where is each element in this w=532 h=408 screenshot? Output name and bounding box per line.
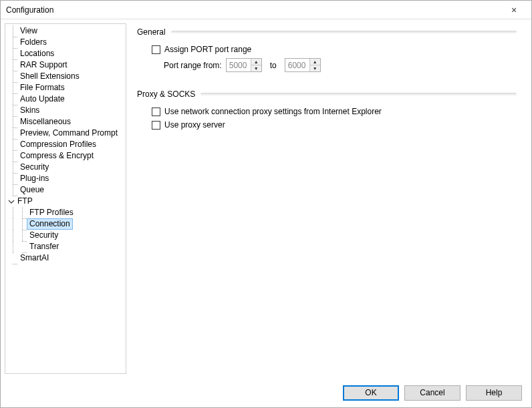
port-range-from-label: Port range from: [164, 61, 222, 70]
tree-item-label: RAR Support [17, 59, 70, 71]
tree-item-label: Auto Update [17, 93, 68, 105]
window-title: Configuration [6, 5, 53, 15]
tree-item[interactable]: Connection [5, 218, 126, 230]
general-title: General [137, 27, 166, 37]
tree-item-label: Skins [17, 105, 42, 116]
use-proxy-server-label: Use proxy server [164, 120, 225, 130]
titlebar: Configuration × [1, 1, 531, 19]
tree-item[interactable]: FTP [5, 196, 126, 207]
tree-item[interactable]: Auto Update [5, 93, 126, 105]
tree-item[interactable]: Transfer [5, 241, 126, 252]
port-from-up[interactable]: ▲ [251, 59, 261, 65]
tree-item[interactable]: Plug-ins [5, 173, 126, 184]
tree-item[interactable]: Preview, Command Prompt [5, 128, 126, 139]
dialog-footer: OK Cancel Help [1, 378, 531, 407]
tree-item[interactable]: Security [5, 230, 126, 241]
tree-item-label: Security [17, 162, 51, 173]
tree-item-label: Shell Extensions [17, 71, 82, 82]
group-divider [201, 93, 517, 95]
port-from-spinbox[interactable]: ▲ ▼ [226, 58, 262, 72]
port-to-up[interactable]: ▲ [310, 59, 320, 65]
expander-icon[interactable] [8, 198, 15, 205]
tree-item[interactable]: Compress & Encrypt [5, 150, 126, 162]
category-tree[interactable]: ViewFoldersLocationsRAR SupportShell Ext… [5, 23, 126, 374]
close-icon: × [511, 5, 517, 15]
tree-item-label: Security [27, 230, 61, 241]
port-to-down[interactable]: ▼ [310, 65, 320, 71]
ok-button[interactable]: OK [343, 385, 399, 401]
tree-item-label: File Formats [17, 82, 68, 93]
to-label: to [266, 61, 281, 70]
assign-port-checkbox[interactable] [152, 45, 160, 54]
tree-item[interactable]: Locations [5, 48, 126, 59]
port-to-spinbox[interactable]: ▲ ▼ [285, 58, 321, 72]
assign-port-label: Assign PORT port range [164, 45, 251, 54]
port-from-down[interactable]: ▼ [251, 65, 261, 71]
tree-item[interactable]: FTP Profiles [5, 207, 126, 218]
tree-item-label: Folders [17, 37, 49, 48]
tree-item-label: FTP Profiles [27, 207, 76, 218]
settings-panel: General Assign PORT port range Port rang… [133, 23, 527, 374]
tree-item-label: Compress & Encrypt [17, 150, 96, 162]
help-button[interactable]: Help [466, 385, 522, 401]
tree-item[interactable]: Miscellaneous [5, 116, 126, 128]
tree-item[interactable]: SmartAI [5, 252, 126, 264]
tree-item[interactable]: View [5, 25, 126, 37]
tree-item-label: Plug-ins [17, 173, 51, 184]
tree-item-label: Compression Profiles [17, 139, 99, 150]
use-proxy-server-checkbox[interactable] [152, 121, 160, 130]
proxy-title: Proxy & SOCKS [137, 89, 195, 99]
tree-item-label: Miscellaneous [17, 116, 74, 128]
group-divider [171, 31, 517, 33]
tree-item[interactable]: Shell Extensions [5, 71, 126, 82]
use-ie-proxy-label: Use network connection proxy settings fr… [164, 107, 382, 116]
tree-item-label: Preview, Command Prompt [17, 128, 120, 139]
proxy-group: Proxy & SOCKS Use network connection pro… [137, 89, 517, 130]
general-group: General Assign PORT port range Port rang… [137, 27, 517, 72]
tree-item[interactable]: Folders [5, 37, 126, 48]
tree-item[interactable]: Skins [5, 105, 126, 116]
tree-item-label: Queue [17, 184, 47, 196]
tree-item-label: FTP [15, 196, 35, 207]
tree-item[interactable]: Security [5, 162, 126, 173]
tree-item-label: Transfer [27, 241, 61, 252]
tree-item-label: View [17, 25, 40, 37]
tree-item[interactable]: File Formats [5, 82, 126, 93]
tree-item[interactable]: RAR Support [5, 59, 126, 71]
tree-item[interactable]: Compression Profiles [5, 139, 126, 150]
tree-item-label: Connection [27, 218, 73, 230]
tree-item-label: Locations [17, 48, 57, 59]
use-ie-proxy-checkbox[interactable] [152, 108, 160, 116]
tree-item[interactable]: Queue [5, 184, 126, 196]
tree-item-label: SmartAI [17, 252, 51, 264]
cancel-button[interactable]: Cancel [404, 385, 460, 401]
port-to-input[interactable] [285, 59, 309, 71]
port-from-input[interactable] [227, 59, 251, 71]
close-button[interactable]: × [502, 1, 526, 19]
